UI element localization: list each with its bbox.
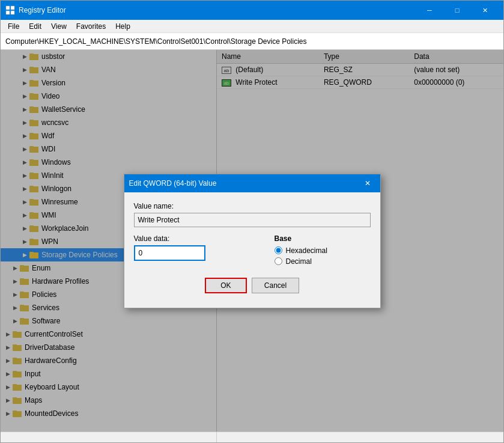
dialog-body: Value name: Write Protect Value data: Ba… (124, 192, 380, 308)
value-data-section: Value data: (134, 234, 265, 268)
app-icon (5, 5, 15, 15)
horizontal-scrollbar[interactable] (1, 432, 503, 442)
decimal-radio-label[interactable]: Decimal (275, 257, 371, 266)
hexadecimal-radio[interactable] (275, 246, 282, 254)
menu-favorites[interactable]: Favorites (71, 21, 111, 32)
menu-view[interactable]: View (46, 21, 71, 32)
left-scrollbar[interactable] (1, 432, 217, 442)
minimize-button[interactable]: ─ (416, 1, 443, 20)
value-data-input[interactable] (134, 245, 206, 261)
decimal-label: Decimal (286, 257, 312, 266)
svg-rect-3 (11, 11, 14, 14)
close-button[interactable]: ✕ (471, 1, 499, 20)
menu-help[interactable]: Help (111, 21, 135, 32)
hexadecimal-label: Hexadecimal (286, 246, 327, 255)
registry-editor-window: Registry Editor ─ □ ✕ File Edit View Fav… (0, 0, 504, 443)
window-controls: ─ □ ✕ (416, 1, 499, 20)
menu-file[interactable]: File (3, 21, 24, 32)
modal-overlay: Edit QWORD (64-bit) Value ✕ Value name: … (1, 50, 503, 432)
dialog-buttons: OK Cancel (134, 278, 371, 298)
window-title: Registry Editor (19, 6, 416, 14)
value-data-label: Value data: (134, 234, 265, 243)
svg-rect-2 (6, 11, 10, 14)
dialog-title: Edit QWORD (64-bit) Value (129, 179, 360, 188)
svg-rect-1 (11, 6, 14, 10)
base-section: Base Hexadecimal Decimal (275, 234, 371, 268)
dialog-title-bar: Edit QWORD (64-bit) Value ✕ (124, 174, 380, 192)
hexadecimal-radio-label[interactable]: Hexadecimal (275, 246, 371, 255)
svg-rect-0 (6, 6, 10, 10)
value-name-label: Value name: (134, 202, 371, 210)
title-bar: Registry Editor ─ □ ✕ (1, 1, 503, 20)
right-scrollbar[interactable] (217, 432, 503, 442)
address-bar: Computer\HKEY_LOCAL_MACHINE\SYSTEM\Contr… (1, 33, 503, 50)
ok-button[interactable]: OK (205, 278, 247, 293)
menu-edit[interactable]: Edit (24, 21, 46, 32)
maximize-button[interactable]: □ (443, 1, 471, 20)
dialog-close-button[interactable]: ✕ (360, 177, 375, 190)
data-and-base-row: Value data: Base Hexadecimal Decim (134, 234, 371, 268)
decimal-radio[interactable] (275, 257, 282, 265)
base-label: Base (275, 234, 371, 243)
main-content: ▶ usbstor ▶ VAN ▶ Version ▶ Video ▶ (1, 50, 503, 432)
cancel-button[interactable]: Cancel (252, 278, 299, 293)
value-name-display: Write Protect (134, 213, 371, 227)
address-path: Computer\HKEY_LOCAL_MACHINE\SYSTEM\Contr… (5, 37, 307, 46)
menu-bar: File Edit View Favorites Help (1, 20, 503, 33)
edit-qword-dialog: Edit QWORD (64-bit) Value ✕ Value name: … (124, 174, 381, 308)
